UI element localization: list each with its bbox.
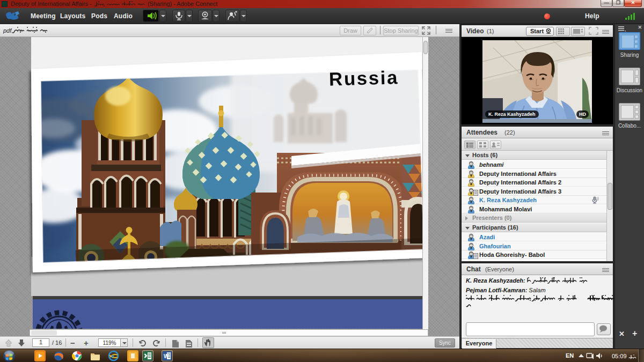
svg-text:pdf.: pdf.: [3, 27, 13, 34]
svg-text:e: e: [111, 352, 114, 360]
svg-text:W: W: [164, 353, 169, 359]
